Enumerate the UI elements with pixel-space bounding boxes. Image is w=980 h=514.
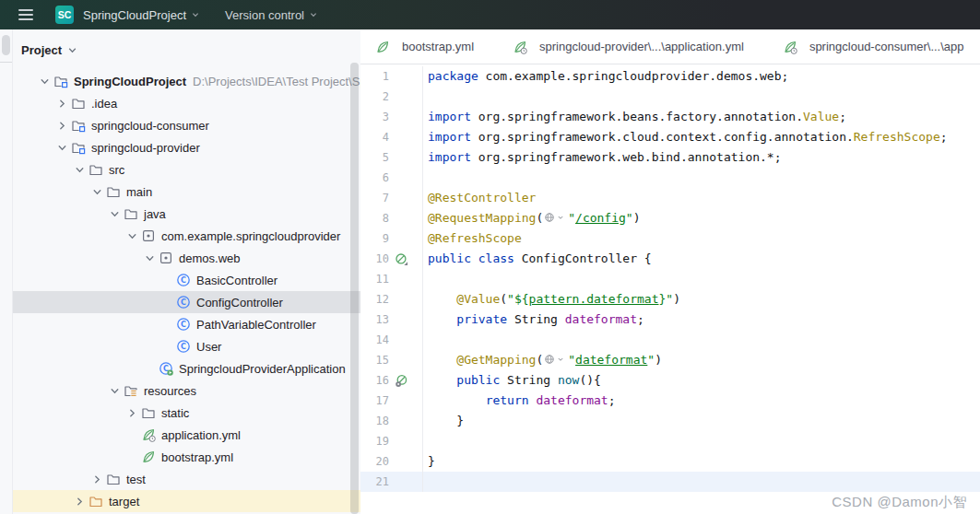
line-number: 3 bbox=[360, 107, 389, 127]
tree-item-label: ConfigController bbox=[196, 296, 283, 310]
gutter bbox=[389, 431, 423, 451]
spring-boot-file-icon bbox=[513, 40, 527, 54]
gutter bbox=[389, 330, 423, 350]
line-number: 13 bbox=[360, 310, 389, 330]
chevron-expanded-icon[interactable] bbox=[125, 229, 141, 243]
tree-item-label: bootstrap.yml bbox=[161, 450, 233, 464]
editor-tab-bootstrap-yml[interactable]: bootstrap.yml bbox=[366, 40, 483, 54]
code-line-11: 11 bbox=[360, 269, 980, 289]
chevron-collapsed-icon[interactable] bbox=[73, 495, 89, 508]
tree-item-label: springcloud-consumer bbox=[91, 119, 209, 133]
chevron-down-icon bbox=[65, 43, 79, 57]
editor-tab-springcloud-provider-application-yml[interactable]: springcloud-provider\...\application.yml bbox=[503, 40, 753, 54]
gutter bbox=[389, 289, 423, 310]
chevron-expanded-icon[interactable] bbox=[108, 207, 124, 221]
chevron-collapsed-icon[interactable] bbox=[55, 97, 71, 111]
spring-mapping-gutter-icon[interactable] bbox=[395, 374, 408, 388]
line-number: 21 bbox=[360, 472, 389, 492]
line-number: 9 bbox=[360, 228, 389, 249]
line-number: 6 bbox=[360, 168, 389, 188]
editor-tab-bar: bootstrap.ymlspringcloud-provider\...\ap… bbox=[360, 29, 980, 64]
tree-item-bootstrap-yml[interactable]: bootstrap.yml bbox=[13, 446, 360, 468]
project-tool-window-title: Project bbox=[21, 43, 62, 57]
gutter bbox=[389, 472, 423, 492]
editor-tab-springcloud-consumer-app[interactable]: springcloud-consumer\...\app bbox=[773, 40, 974, 54]
tree-item-springcloud-provider[interactable]: springcloud-provider bbox=[13, 136, 360, 158]
tree-item-springcloud-consumer[interactable]: springcloud-consumer bbox=[13, 114, 360, 136]
line-number: 16 bbox=[360, 370, 389, 391]
titlebar: SC SpringCloudProject Version control bbox=[0, 0, 980, 29]
gutter bbox=[389, 228, 423, 249]
module-folder-icon bbox=[71, 140, 86, 155]
tree-item-label: static bbox=[161, 406, 189, 420]
chevron-expanded-icon[interactable] bbox=[38, 75, 53, 88]
gutter bbox=[389, 66, 423, 87]
spring-bean-gutter-icon[interactable] bbox=[395, 252, 408, 266]
tree-item-label: src bbox=[109, 163, 124, 177]
editor-tab-label: springcloud-consumer\...\app bbox=[809, 40, 964, 53]
chevron-collapsed-icon[interactable] bbox=[55, 119, 71, 133]
folder-icon bbox=[89, 162, 103, 177]
gutter bbox=[389, 147, 423, 168]
tree-item-label: com.example.springcloudprovider bbox=[161, 229, 340, 243]
tree-item-application-yml[interactable]: application.yml bbox=[13, 424, 360, 446]
class-icon: C bbox=[176, 317, 191, 332]
tree-item-target[interactable]: target bbox=[13, 490, 360, 512]
url-inlay-hint[interactable] bbox=[544, 212, 565, 223]
svg-text:C: C bbox=[181, 276, 186, 285]
chevron-expanded-icon[interactable] bbox=[73, 163, 89, 177]
code-line-9: 9@RefreshScope bbox=[360, 228, 980, 249]
gutter bbox=[389, 87, 423, 107]
tree-item-src[interactable]: src bbox=[13, 158, 360, 181]
tree-item-resources[interactable]: resources bbox=[13, 380, 360, 402]
tree-item-idea[interactable]: .idea bbox=[13, 92, 360, 114]
watermark: CSDN @Damon小智 bbox=[832, 494, 967, 511]
line-number: 2 bbox=[360, 87, 389, 107]
project-selector[interactable]: SpringCloudProject bbox=[83, 8, 201, 22]
tree-item-springcloudproject[interactable]: SpringCloudProjectD:\Projects\IDEA\Test … bbox=[13, 70, 360, 92]
chevron-expanded-icon[interactable] bbox=[143, 251, 159, 265]
tree-item-main[interactable]: main bbox=[13, 181, 360, 203]
boot-class-icon: C bbox=[159, 361, 173, 376]
gutter bbox=[389, 188, 423, 208]
project-tool-window-header[interactable]: Project bbox=[13, 29, 360, 70]
gutter bbox=[389, 107, 423, 127]
tree-item-pathvariablecontroller[interactable]: CPathVariableController bbox=[13, 313, 360, 335]
project-tree: SpringCloudProjectD:\Projects\IDEA\Test … bbox=[13, 70, 360, 512]
code-line-10: 10public class ConfigController { bbox=[360, 249, 980, 269]
chevron-expanded-icon[interactable] bbox=[55, 141, 71, 155]
code-line-6: 6 bbox=[360, 168, 980, 188]
globe-icon bbox=[544, 354, 555, 365]
line-number: 20 bbox=[360, 451, 389, 472]
tree-item-configcontroller[interactable]: CConfigController bbox=[13, 291, 360, 313]
main-menu-icon[interactable] bbox=[18, 9, 33, 19]
tree-item-basiccontroller[interactable]: CBasicController bbox=[13, 269, 360, 291]
spring-file-icon bbox=[141, 450, 156, 464]
svg-text:C: C bbox=[181, 343, 186, 351]
line-number: 17 bbox=[360, 391, 389, 411]
project-tool-window: Project SpringCloudProjectD:\Projects\ID… bbox=[13, 29, 360, 514]
tree-item-label: PathVariableController bbox=[196, 318, 316, 332]
tree-item-label: java bbox=[144, 207, 166, 221]
chevron-expanded-icon[interactable] bbox=[90, 185, 106, 199]
tree-item-static[interactable]: static bbox=[13, 402, 360, 424]
tree-item-user[interactable]: CUser bbox=[13, 335, 360, 357]
gutter bbox=[389, 208, 423, 228]
spring-file-icon bbox=[375, 40, 390, 54]
tree-item-demos-web[interactable]: demos.web bbox=[13, 247, 360, 269]
chevron-collapsed-icon[interactable] bbox=[90, 473, 106, 486]
project-tool-button[interactable] bbox=[2, 35, 10, 55]
url-inlay-hint[interactable] bbox=[544, 354, 565, 365]
chevron-expanded-icon[interactable] bbox=[108, 384, 124, 398]
code-line-2: 2 bbox=[360, 87, 980, 107]
tree-item-springcloudproviderapplication[interactable]: CSpringcloudProviderApplication bbox=[13, 357, 360, 380]
tree-item-java[interactable]: java bbox=[13, 203, 360, 225]
gutter bbox=[389, 350, 423, 370]
stripe-divider bbox=[0, 62, 12, 63]
tree-item-com-example-springcloudprovider[interactable]: com.example.springcloudprovider bbox=[13, 225, 360, 247]
code-editor[interactable]: 1package com.example.springcloudprovider… bbox=[360, 64, 980, 492]
tree-item-test[interactable]: test bbox=[13, 468, 360, 490]
vcs-selector[interactable]: Version control bbox=[225, 8, 319, 22]
project-tree-scrollbar[interactable] bbox=[350, 63, 359, 514]
chevron-collapsed-icon[interactable] bbox=[125, 406, 141, 420]
